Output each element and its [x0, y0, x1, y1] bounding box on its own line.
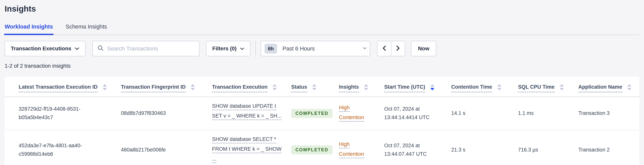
contention-time-cell: 21.3 s: [451, 130, 518, 165]
filters-dropdown[interactable]: Filters (0): [206, 41, 250, 56]
start-time-cell: Oct 07, 2024 at 13:44:07.447 UTC: [384, 130, 451, 165]
start-time-cell: Oct 07, 2024 at 13:44:14.4414 UTC: [384, 97, 451, 130]
column-header-latest-transaction-execution-id: Latest Transaction Execution ID: [4, 77, 121, 97]
chevron-down-icon: [240, 46, 244, 52]
chevron-right-icon: [396, 46, 400, 52]
transaction-execution-link[interactable]: SHOW database SELECT * FROM t WHERE k = …: [212, 137, 284, 163]
time-range-label: Past 6 Hours: [282, 46, 315, 52]
contention-time-cell: 14.1 s: [451, 97, 518, 130]
transaction-execution-cell: SHOW database UPDATE t SET v = _ WHERE k…: [212, 97, 291, 130]
tab-workload-insights[interactable]: Workload Insights: [4, 24, 53, 35]
column-header-label[interactable]: Transaction Fingerprint ID: [121, 84, 186, 92]
column-header-insights: Insights: [339, 77, 384, 97]
table-row: 452da3e7-e7fa-4801-aa40-c59988d14eb6 480…: [4, 130, 640, 165]
latest-transaction-execution-id-cell: 452da3e7-e7fa-4801-aa40-c59988d14eb6: [4, 130, 121, 165]
latest-transaction-execution-id-cell: 328729d2-ff19-4408-8531-b05a5b4e43c7: [4, 97, 121, 130]
status-cell: COMPLETED: [291, 97, 339, 130]
table-header-row: Latest Transaction Execution ID Transact…: [4, 77, 640, 97]
search-input[interactable]: [107, 46, 194, 52]
transaction-execution-cell: SHOW database SELECT * FROM t WHERE k = …: [212, 130, 291, 165]
sort-icon[interactable]: [191, 84, 195, 90]
column-header-label[interactable]: Status: [291, 84, 307, 92]
previous-time-range-button[interactable]: [377, 41, 391, 56]
time-range-picker[interactable]: 6h Past 6 Hours: [261, 41, 370, 56]
insights-table: Latest Transaction Execution ID Transact…: [4, 77, 640, 165]
sort-icon[interactable]: [560, 84, 564, 90]
search-icon: [98, 45, 104, 52]
transaction-fingerprint-id-cell: 08d8b7d97f830463: [121, 97, 212, 130]
insight-link[interactable]: High Contention: [339, 105, 376, 122]
tab-bar: Workload Insights Schema Insights: [4, 24, 640, 35]
results-summary: 1-2 of 2 transaction insights: [4, 63, 640, 69]
tab-schema-insights[interactable]: Schema Insights: [66, 24, 107, 35]
sort-icon[interactable]: [272, 84, 277, 90]
sort-icon[interactable]: [497, 84, 502, 90]
now-button[interactable]: Now: [411, 41, 436, 56]
search-box[interactable]: [92, 41, 200, 56]
application-name-cell: Transaction 2: [578, 130, 640, 165]
transaction-fingerprint-id-cell: 480a8b217be006fe: [121, 130, 212, 165]
status-badge: COMPLETED: [291, 109, 332, 118]
column-header-transaction-fingerprint-id: Transaction Fingerprint ID: [121, 77, 212, 97]
sql-cpu-time-cell: 716.3 µs: [518, 130, 578, 165]
column-header-label[interactable]: Start Time (UTC): [384, 84, 425, 92]
execution-type-dropdown[interactable]: Transaction Executions: [4, 41, 86, 56]
column-header-label[interactable]: Application Name: [578, 84, 622, 92]
filters-dropdown-label: Filters (0): [212, 46, 236, 52]
application-name-cell: Transaction 3: [578, 97, 640, 130]
column-header-sql-cpu-time: SQL CPU Time: [518, 77, 578, 97]
execution-type-dropdown-label: Transaction Executions: [11, 46, 71, 52]
insights-page: Insights Workload Insights Schema Insigh…: [0, 0, 644, 165]
toolbar: Transaction Executions Filters (0) 6h Pa…: [4, 41, 640, 56]
insights-cell: High Contention: [339, 130, 384, 165]
column-header-application-name: Application Name: [578, 77, 640, 97]
table-row: 328729d2-ff19-4408-8531-b05a5b4e43c7 08d…: [4, 97, 640, 130]
insights-table-card: Latest Transaction Execution ID Transact…: [4, 77, 640, 165]
time-range-badge: 6h: [264, 44, 277, 54]
time-nav-group: [377, 41, 405, 56]
column-header-transaction-execution: Transaction Execution: [212, 77, 291, 97]
column-header-contention-time: Contention Time: [451, 77, 518, 97]
chevron-down-icon: [363, 47, 367, 50]
transaction-execution-link[interactable]: SHOW database UPDATE t SET v = _ WHERE k…: [212, 103, 284, 120]
column-header-label[interactable]: Insights: [339, 84, 359, 92]
next-time-range-button[interactable]: [391, 41, 405, 56]
sort-icon[interactable]: [430, 84, 434, 90]
sql-cpu-time-cell: 1.1 ms: [518, 97, 578, 130]
chevron-down-icon: [75, 46, 79, 52]
sort-icon[interactable]: [364, 84, 368, 90]
tab-workload-insights-label: Workload Insights: [4, 24, 53, 30]
sort-icon[interactable]: [627, 84, 632, 90]
sort-icon[interactable]: [312, 84, 316, 90]
column-header-label[interactable]: Contention Time: [451, 84, 492, 92]
sort-icon[interactable]: [103, 84, 107, 90]
toolbar-divider: [255, 41, 256, 56]
insight-link[interactable]: High Contention: [339, 142, 376, 158]
insights-cell: High Contention: [339, 97, 384, 130]
column-header-status: Status: [291, 77, 339, 97]
status-badge: COMPLETED: [291, 145, 332, 154]
tab-schema-insights-label: Schema Insights: [66, 24, 107, 30]
column-header-label[interactable]: Transaction Execution: [212, 84, 268, 92]
column-header-start-time-utc: Start Time (UTC): [384, 77, 451, 97]
chevron-left-icon: [382, 46, 386, 52]
status-cell: COMPLETED: [291, 130, 339, 165]
page-title: Insights: [4, 4, 640, 14]
now-button-label: Now: [418, 46, 429, 52]
column-header-label[interactable]: SQL CPU Time: [518, 84, 555, 92]
column-header-label[interactable]: Latest Transaction Execution ID: [19, 84, 98, 92]
